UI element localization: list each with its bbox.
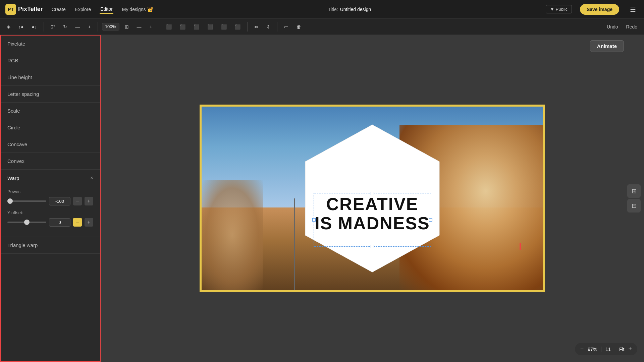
toolbar-separator-1 [44,22,44,32]
zoom-in-button[interactable]: + [628,346,632,353]
power-label: Power: [7,189,93,194]
yoffset-input-row: − + [7,218,93,227]
save-image-button[interactable]: Save image [580,4,619,15]
logo-text: PixTeller [18,6,43,13]
panel-item-letter-spacing[interactable]: Letter spacing [1,86,100,103]
move-down-button[interactable]: ●↓ [29,23,39,31]
nav-explore[interactable]: Explore [74,5,92,13]
warp-controls: Power: − + Y offset: [1,186,100,237]
visibility-button[interactable]: ▼ Public [546,5,572,13]
panel-item-rgb[interactable]: RGB [1,52,100,69]
animate-button[interactable]: Animate [590,40,624,52]
panel-item-scale[interactable]: Scale [1,103,100,119]
zoom-separator-2 [615,347,615,352]
power-slider-container[interactable] [7,198,46,204]
yoffset-slider-thumb[interactable] [24,220,30,225]
visibility-label: Public [556,7,568,12]
zoom-separator-1 [601,347,601,352]
power-value-input[interactable] [49,197,70,205]
align-top-button[interactable]: ⬛ [205,23,216,31]
yoffset-slider-container[interactable] [7,219,46,226]
nav-mydesigns[interactable]: My designs 👑 [121,5,154,13]
zoom-minus-button[interactable]: — [134,23,144,31]
title-area: Title: Untitled design [328,7,371,12]
toolbar-separator-3 [159,22,159,32]
red-marker [520,243,521,250]
align-bottom-button[interactable]: ⬛ [232,23,243,31]
power-minus-button[interactable]: − [73,197,82,205]
editor-toolbar: ◈ ↑● ●↓ 0° ↻ — + ⊞ — + ⬛ ⬛ ⬛ ⬛ ⬛ ⬛ ⇔ ⇕ ▭… [0,19,644,35]
move-up-button[interactable]: ↑● [16,23,26,31]
panel-item-pixelate[interactable]: Pixelate [1,36,100,52]
align-center-h-button[interactable]: ⬛ [177,23,188,31]
svg-marker-0 [305,125,439,272]
float-layers-button[interactable]: ⊟ [627,199,641,213]
align-center-v-button[interactable]: ⬛ [218,23,229,31]
hexagon-container [299,121,446,276]
hexagon-svg [299,121,446,276]
cloud-mass-left [202,180,263,290]
warp-close-button[interactable]: × [90,175,93,181]
zoom-plus-button[interactable]: + [147,23,155,31]
warp-header[interactable]: Warp × [1,170,100,186]
rotate-button[interactable]: ↻ [60,23,70,31]
yoffset-minus-button[interactable]: − [73,218,82,227]
warp-label: Warp [7,175,19,181]
power-slider-track [7,200,46,202]
nav-create[interactable]: Create [51,5,66,13]
canvas-frame: CREATIVE IS MADNESS [200,105,545,292]
redo-button[interactable]: Redo [624,23,640,31]
zoom-page: 11 [605,347,611,352]
panel-item-triangle-warp[interactable]: Triangle warp [1,237,100,254]
logo-icon: PT [5,4,16,15]
layer-button[interactable]: ◈ [4,23,13,31]
visibility-icon: ▼ [550,7,554,12]
flip-h-button[interactable]: ⇔ [252,23,261,31]
zoom-value: 97% [588,347,597,352]
align-left-button[interactable]: ⬛ [163,23,174,31]
power-control: Power: − + [7,189,93,205]
zoom-input[interactable] [102,23,119,31]
rotate-plus-button[interactable]: + [85,23,93,31]
panel-item-convex[interactable]: Convex [1,153,100,170]
toolbar-separator-4 [247,22,248,32]
logo[interactable]: PT PixTeller [5,4,43,15]
top-navigation: PT PixTeller Create Explore Editor My de… [0,0,644,19]
toolbar-separator-5 [277,22,277,32]
frame-button[interactable]: ▭ [281,23,291,31]
grid-button[interactable]: ⊞ [122,23,131,31]
zoom-fit[interactable]: Fit [619,347,625,352]
toolbar-separator-2 [98,22,98,32]
rotate-minus-button[interactable]: — [72,23,83,31]
right-float-panel: ⊞ ⊟ [627,184,641,213]
undo-button[interactable]: Undo [604,23,621,31]
rotate-input-area[interactable]: 0° [48,23,58,31]
canvas-area[interactable]: Animate CREATIVE IS MADNESS [101,35,644,362]
title-prefix: Title: [328,7,338,12]
power-input-row: − + [7,197,93,205]
yoffset-plus-button[interactable]: + [85,218,93,227]
warp-section: Warp × Power: − + [1,170,100,237]
main-area: Pixelate RGB Line height Letter spacing … [0,35,644,362]
nav-editor[interactable]: Editor [100,5,113,14]
menu-button[interactable]: ☰ [627,4,639,15]
panel-item-concave[interactable]: Concave [1,136,100,153]
power-slider-thumb[interactable] [7,198,13,204]
zoom-bar: − 97% 11 Fit + [575,343,637,355]
design-title[interactable]: Untitled design [340,7,371,12]
yoffset-slider-track [7,222,46,223]
panel-item-line-height[interactable]: Line height [1,69,100,86]
yoffset-label: Y offset: [7,210,93,215]
power-plus-button[interactable]: + [85,197,93,205]
delete-button[interactable]: 🗑 [294,23,304,31]
yoffset-control: Y offset: − + [7,210,93,227]
float-add-button[interactable]: ⊞ [627,184,641,198]
yoffset-value-input[interactable] [49,218,70,227]
panel-item-circle[interactable]: Circle [1,119,100,136]
zoom-out-button[interactable]: − [580,346,584,353]
left-panel: Pixelate RGB Line height Letter spacing … [0,35,101,362]
tower-element [294,198,295,290]
flip-v-button[interactable]: ⇕ [264,23,273,31]
align-right-button[interactable]: ⬛ [191,23,202,31]
